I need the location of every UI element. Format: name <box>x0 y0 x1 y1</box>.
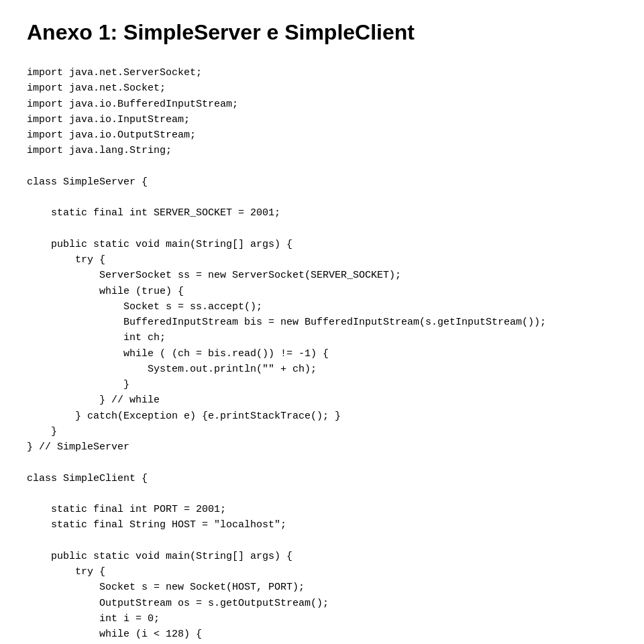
page-title: Anexo 1: SimpleServer e SimpleClient <box>27 20 617 45</box>
code-content: import java.net.ServerSocket; import jav… <box>27 65 617 644</box>
